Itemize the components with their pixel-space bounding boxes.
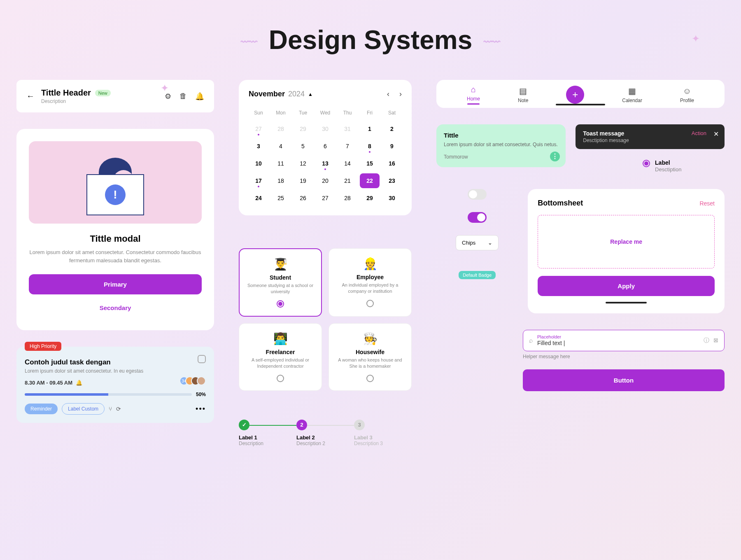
dropdown-icon[interactable]: ▲ [308,91,313,97]
radio-button[interactable] [366,375,374,382]
calendar-day[interactable]: 30 [382,191,402,205]
calendar-day[interactable]: 3 [249,139,268,154]
calendar-day[interactable]: 22 [360,173,380,188]
header-subtitle: Description [41,98,111,104]
calendar-day[interactable]: 5 [293,139,313,154]
calendar-day[interactable]: 28 [338,191,357,205]
radio-button[interactable] [366,300,374,307]
header-title: Tittle HeaderNew [41,88,111,98]
plus-icon: + [572,89,578,100]
calendar-day[interactable]: 19 [293,173,313,188]
close-icon[interactable]: ✕ [713,130,719,138]
calendar-day[interactable]: 12 [293,156,313,171]
calendar-day[interactable]: 27 [249,121,268,136]
option-card[interactable]: 👨‍💻FreelancerA self-employed individual … [239,323,322,391]
secondary-button[interactable]: Secondary [29,298,202,318]
calendar-day[interactable]: 9 [382,139,402,154]
calendar: November 2024 ▲ ‹ › SunMonTueWedThuFriSa… [239,80,412,215]
input-placeholder: Placeholder [537,334,699,339]
radio-button[interactable] [277,300,284,308]
calendar-day[interactable]: 31 [338,121,357,136]
calendar-day[interactable]: 17 [249,173,268,188]
repeat-icon[interactable]: ⟳ [116,406,121,412]
calendar-day[interactable]: 2 [382,121,402,136]
step-2[interactable]: 2 Label 2Description 2 [296,420,354,446]
calendar-day[interactable]: 13 [315,156,335,171]
calendar-day[interactable]: 14 [338,156,357,171]
prev-month-icon[interactable]: ‹ [387,90,389,98]
calendar-day[interactable]: 21 [338,173,357,188]
chip-custom[interactable]: Label Custom [62,403,105,415]
tab-home[interactable]: ⌂Home [467,85,480,105]
option-desc: Someone studying at a school or universi… [245,282,316,295]
chip-reminder[interactable]: Reminder [25,404,58,414]
primary-button[interactable]: Primary [29,274,202,294]
more-icon[interactable]: ••• [196,405,206,413]
calendar-day[interactable]: 10 [249,156,268,171]
calendar-day[interactable]: 29 [360,191,380,205]
calendar-month: November [249,90,285,98]
note-menu-icon[interactable]: ⋮ [550,152,560,161]
calendar-day[interactable]: 29 [293,121,313,136]
calendar-day[interactable]: 4 [271,139,291,154]
default-badge: Default Badge [459,271,496,279]
new-badge: New [95,90,111,96]
wave-right-icon: 〰〰 [484,37,500,47]
main-button[interactable]: Button [523,369,725,391]
note-date: Tommorow [444,154,558,160]
bell-icon[interactable]: 🔔 [195,92,204,101]
bottomsheet: Bottomsheet Reset Replace me Apply [528,189,725,313]
page-title: 〰〰 Design Systems 〰〰 [16,25,725,55]
option-desc: A self-employed individual or Independen… [244,357,317,370]
calendar-day[interactable]: 23 [382,173,402,188]
calendar-day[interactable]: 8 [360,139,380,154]
calendar-day[interactable]: 15 [360,156,380,171]
calendar-day[interactable]: 28 [271,121,291,136]
calendar-day[interactable]: 16 [382,156,402,171]
sparkle-icon: ✦ [161,82,169,94]
step-1[interactable]: ✓ Label 1Description [239,420,296,446]
calendar-day[interactable]: 18 [271,173,291,188]
tab-calendar[interactable]: ▦Calendar [622,86,642,103]
calendar-day[interactable]: 11 [271,156,291,171]
calendar-day[interactable]: 24 [249,191,268,205]
fab-add[interactable]: + [566,86,584,104]
next-month-icon[interactable]: › [399,90,402,98]
helper-text: Helper message here [523,354,725,359]
chevron-down-icon: ⌄ [488,240,492,246]
calendar-day[interactable]: 30 [315,121,335,136]
info-icon[interactable]: ⓘ [704,337,709,344]
toggle-off[interactable] [468,189,487,200]
calendar-day[interactable]: 7 [338,139,357,154]
calendar-day[interactable]: 20 [315,173,335,188]
tab-note[interactable]: ▤Note [518,86,528,103]
radio-with-label[interactable]: LabelDesctiption [643,159,725,173]
branch-icon[interactable]: ⑂ [109,406,112,412]
calendar-day[interactable]: 27 [315,191,335,205]
calendar-day[interactable]: 25 [271,191,291,205]
chips-dropdown[interactable]: Chips⌄ [456,235,499,250]
back-arrow-icon[interactable]: ← [26,91,35,101]
reset-button[interactable]: Reset [699,200,715,207]
tab-profile[interactable]: ☺Profile [680,86,694,103]
option-card[interactable]: 👷EmployeeAn individual employed by a com… [329,248,412,317]
calendar-day[interactable]: 1 [360,121,380,136]
note-card[interactable]: Tittle Lorem ipsum dolor sit amet consec… [436,124,566,167]
exclaim-icon: ! [105,184,126,205]
priority-badge: High Priority [25,342,61,351]
option-title: Student [245,274,316,281]
option-emoji-icon: 👨‍💻 [244,332,317,345]
calendar-day[interactable]: 26 [293,191,313,205]
trash-icon[interactable]: 🗑 [179,92,187,101]
toggle-on[interactable] [468,212,487,223]
text-input[interactable]: ⌕ Placeholder Filled text | ⓘ ⊠ [523,330,725,351]
option-card[interactable]: 🧑‍🍳HousewifeA woman who keeps house and … [329,323,412,391]
radio-button[interactable] [277,375,284,382]
calendar-dow: Fri [360,107,380,119]
toast-action[interactable]: Action [692,130,706,136]
task-checkbox[interactable] [198,355,206,363]
apply-button[interactable]: Apply [538,276,715,296]
option-card[interactable]: 👨‍🎓StudentSomeone studying at a school o… [239,248,322,317]
clear-icon[interactable]: ⊠ [713,337,718,344]
calendar-day[interactable]: 6 [315,139,335,154]
